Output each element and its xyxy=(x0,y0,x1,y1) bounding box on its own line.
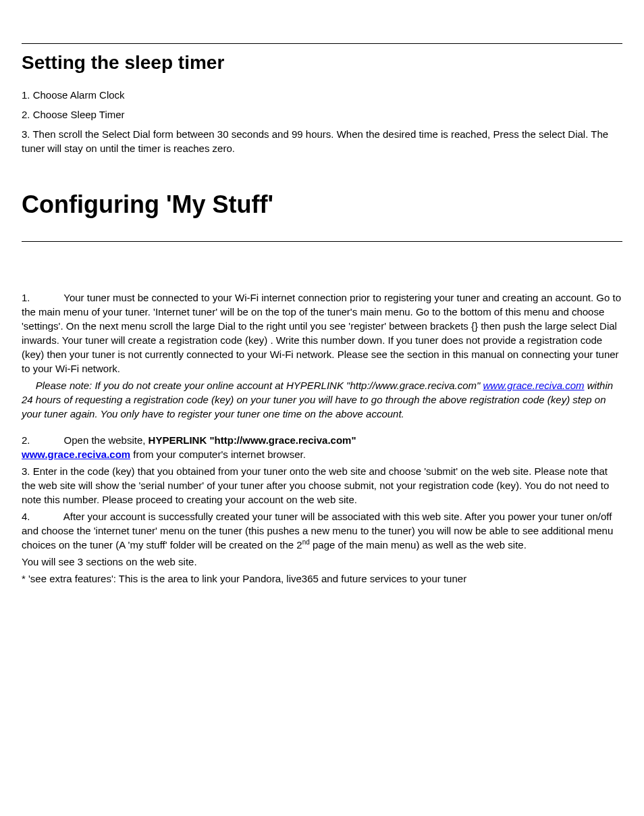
paragraph-4: 4. After your account is successfully cr… xyxy=(22,509,622,552)
note-pre: Please note: If you do not create your o… xyxy=(22,380,483,391)
step-number-1: 1. xyxy=(22,292,30,303)
paragraph-5: You will see 3 sections on the web site. xyxy=(22,555,622,569)
step-4-text2: page of the main menu) as well as the we… xyxy=(310,539,527,551)
step-1-text: Your tuner must be connected to your Wi-… xyxy=(22,292,621,374)
paragraph-1: 1. Your tuner must be connected to your … xyxy=(22,290,622,376)
heading-configuring-my-stuff: Configuring 'My Stuff' xyxy=(22,188,622,241)
link-grace-reciva[interactable]: www.grace.reciva.com xyxy=(22,449,130,460)
link-grace-reciva-note[interactable]: www.grace.reciva.com xyxy=(483,380,585,391)
step-1: 1. Choose Alarm Clock xyxy=(22,88,622,102)
step-3: 3. Then scroll the Select Dial form betw… xyxy=(22,127,622,155)
step-number-2: 2. xyxy=(22,434,30,446)
paragraph-6: * 'see extra features': This is the area… xyxy=(22,571,622,586)
step-2-text1: Open the website, xyxy=(64,434,149,446)
hyperlink-bold: HYPERLINK "http://www.grace.reciva.com" xyxy=(149,434,356,446)
superscript-nd: nd xyxy=(302,538,310,546)
paragraph-2: 2. Open the website, HYPERLINK "http://w… xyxy=(22,433,622,461)
heading-sleep-timer: Setting the sleep timer xyxy=(22,43,622,76)
step-2: 2. Choose Sleep Timer xyxy=(22,107,622,122)
step-2-text2: from your computer's internet browser. xyxy=(130,449,306,460)
paragraph-note: Please note: If you do not create your o… xyxy=(22,378,622,421)
paragraph-3: 3. Enter in the code (key) that you obta… xyxy=(22,464,622,507)
step-number-4: 4. xyxy=(22,511,30,522)
